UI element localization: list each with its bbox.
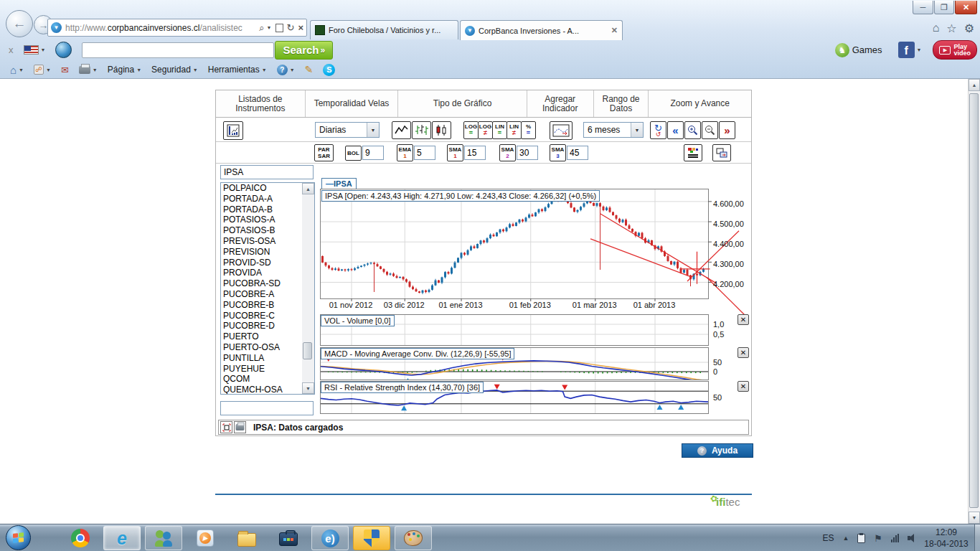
facebook-dropdown-icon[interactable]: ▼ xyxy=(917,47,922,52)
play-video-button[interactable]: ▶ Playvideo xyxy=(933,40,977,60)
chart-type-ohlc-button[interactable] xyxy=(412,121,431,139)
taskbar-clock[interactable]: 12:09 18-04-2013 xyxy=(920,527,973,550)
stock-listbox[interactable]: POLPAICOPORTADA-APORTADA-BPOTASIOS-APOTA… xyxy=(220,182,315,395)
page-scrollbar[interactable]: ▲ ▼ xyxy=(968,79,980,524)
stock-list-item[interactable]: PUCOBRE-A xyxy=(221,289,302,300)
list-scrollbar[interactable]: ▲ ▼ xyxy=(302,183,314,394)
scroll-up-icon[interactable]: ▲ xyxy=(969,79,980,91)
refresh-icon[interactable]: ↻ xyxy=(287,22,295,33)
close-macd-icon[interactable]: ✕ xyxy=(738,347,749,358)
refresh-chart-button[interactable]: ↻↺ xyxy=(650,121,666,139)
stock-list-item[interactable]: PUCOBRE-C xyxy=(221,311,302,321)
home-icon[interactable]: ⌂ xyxy=(933,22,940,35)
stock-list-item[interactable]: PORTADA-B xyxy=(221,204,302,215)
range-select[interactable]: 6 meses▼ xyxy=(583,122,644,138)
stock-list-item[interactable]: PREVISION xyxy=(221,247,302,258)
stock-list-item[interactable]: PROVIDA xyxy=(221,268,302,278)
toolbar-close-icon[interactable]: x xyxy=(9,44,14,55)
language-indicator[interactable]: ES xyxy=(822,533,834,543)
scale-button-log-0[interactable]: LOG= xyxy=(463,121,479,139)
scale-button-lin-3[interactable]: LIN≠ xyxy=(507,121,522,139)
indicator-param-input-sma2[interactable] xyxy=(517,146,538,160)
clipboard-tray-icon[interactable] xyxy=(857,534,865,543)
back-button[interactable]: ← xyxy=(6,10,33,37)
indicator-button-sma3[interactable]: SMA3 xyxy=(550,144,566,161)
stop-icon[interactable]: × xyxy=(298,22,303,33)
read-mail-button[interactable]: ✉ xyxy=(58,63,72,77)
scale-button-log-1[interactable]: LOG≠ xyxy=(478,121,493,139)
help-button[interactable]: ? Ayuda xyxy=(682,443,753,458)
stock-list-item[interactable]: PUERTO-OSA xyxy=(221,342,302,353)
stock-list-item[interactable]: QUEMCH-OSA xyxy=(221,385,302,395)
indicator-param-input-sma1[interactable] xyxy=(464,146,486,160)
flag-dropdown-icon[interactable]: ▼ xyxy=(41,47,46,52)
network-signal-icon[interactable] xyxy=(891,534,899,542)
search-button[interactable]: Search» xyxy=(275,41,333,60)
stock-list-item[interactable]: PREVIS-OSA xyxy=(221,236,302,247)
stock-list-item[interactable]: PUNTILLA xyxy=(221,353,302,364)
addon-search-input[interactable] xyxy=(82,42,274,58)
scroll-right-button[interactable]: » xyxy=(719,121,735,139)
maximize-chart-button[interactable] xyxy=(220,421,232,433)
menu-pagina[interactable]: Página▼ xyxy=(105,63,144,76)
scale-button-lin-2[interactable]: LIN= xyxy=(492,121,507,139)
add-indicator-button[interactable] xyxy=(550,121,573,140)
indicator-button-ema1[interactable]: EMA1 xyxy=(397,144,413,161)
menu-herramientas[interactable]: Herramientas▼ xyxy=(205,63,270,76)
scroll-down-icon[interactable]: ▼ xyxy=(302,382,314,394)
taskbar-messenger-button[interactable] xyxy=(145,526,182,550)
print-button[interactable]: ▼ xyxy=(76,65,100,75)
tab-corpbanca[interactable]: ▼ CorpBanca Inversiones - A... ✕ xyxy=(460,20,623,40)
indicator-button-sma2[interactable]: SMA2 xyxy=(499,144,516,161)
symbol-filter-input[interactable] xyxy=(220,401,314,415)
tab-foro-chilebolsa[interactable]: Foro Chilebolsa / Vaticinios y r... xyxy=(310,20,458,39)
taskbar-explorer-button[interactable] xyxy=(228,526,265,550)
taskbar-e-app-button[interactable]: e) xyxy=(311,526,349,550)
stock-list-item[interactable]: PROVID-SD xyxy=(221,258,302,268)
url-dropdown-icon[interactable]: ▼ xyxy=(267,25,272,30)
settings-gear-icon[interactable]: ⚙ xyxy=(964,22,974,35)
stock-list-item[interactable]: POLPAICO xyxy=(221,183,302,194)
tab2-close-icon[interactable]: ✕ xyxy=(611,26,618,35)
taskbar-ie-button[interactable]: e xyxy=(103,526,141,550)
indicator-param-input-sma3[interactable] xyxy=(567,146,588,160)
stock-list-item[interactable]: PUCOBRA-SD xyxy=(221,278,302,289)
facebook-icon[interactable]: f xyxy=(898,42,915,58)
taskbar-devicecenter-button[interactable] xyxy=(270,526,307,550)
action-center-flag-icon[interactable]: ⚑ xyxy=(874,533,882,544)
zoom-in-button[interactable] xyxy=(684,121,701,139)
volume-icon[interactable] xyxy=(908,534,917,542)
taskbar-chrome-button[interactable] xyxy=(62,526,99,550)
scroll-left-button[interactable]: « xyxy=(667,121,684,139)
close-rsi-icon[interactable]: ✕ xyxy=(738,381,749,392)
stock-list-item[interactable]: PORTADA-A xyxy=(221,194,302,204)
games-knight-icon[interactable]: ♞ xyxy=(835,43,849,57)
list-scrollbar-thumb[interactable] xyxy=(303,342,312,359)
search-icon[interactable]: ⌕ xyxy=(259,22,264,34)
skype-button[interactable]: S xyxy=(320,62,338,77)
show-desktop-button[interactable] xyxy=(974,524,980,551)
indicator-param-input-ema1[interactable] xyxy=(414,146,435,160)
scroll-up-icon[interactable]: ▲ xyxy=(302,183,314,194)
help-menu[interactable]: ?▼ xyxy=(274,63,298,77)
rss-feeds-button[interactable]: ☍▼ xyxy=(31,63,54,76)
hidden-icons-chevron[interactable]: ▲ xyxy=(842,534,849,542)
minimize-button[interactable]: ─ xyxy=(913,1,933,14)
indicator-param-input-bol[interactable] xyxy=(362,146,384,160)
chart-type-candles-button[interactable] xyxy=(432,121,451,139)
main-chart-plot[interactable] xyxy=(320,189,709,299)
page-scrollbar-thumb[interactable] xyxy=(969,93,979,508)
stock-list-item[interactable]: PUCOBRE-B xyxy=(221,300,302,311)
menu-seguridad[interactable]: Seguridad▼ xyxy=(149,63,201,76)
close-button[interactable]: ✕ xyxy=(955,1,977,14)
stock-list-item[interactable]: PUCOBRE-D xyxy=(221,321,302,331)
blog-tool-button[interactable]: ✎ xyxy=(302,62,316,77)
taskbar-mediaplayer-button[interactable]: ▶ xyxy=(187,526,224,550)
chart-colors-button[interactable] xyxy=(684,144,702,161)
zoom-out-button[interactable] xyxy=(702,121,718,139)
stock-list-item[interactable]: PUYEHUE xyxy=(221,364,302,375)
export-chart-button[interactable] xyxy=(712,144,731,161)
scroll-down-icon[interactable]: ▼ xyxy=(969,512,980,524)
taskbar-paint-button[interactable] xyxy=(395,526,432,550)
games-label[interactable]: Games xyxy=(852,44,882,55)
